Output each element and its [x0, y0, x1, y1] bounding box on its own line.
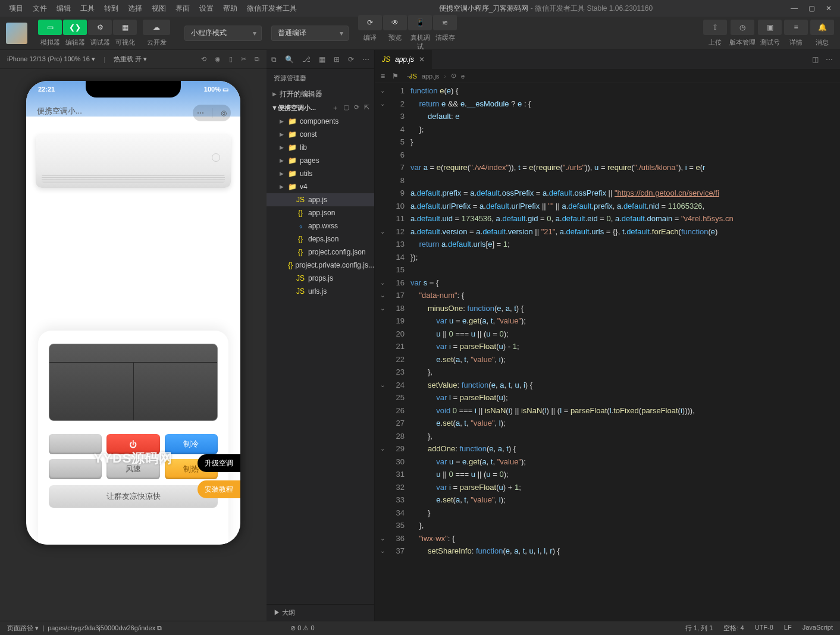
main-toolbar: ▭ ❮❯ ⚙ ▦ 模拟器编辑器调试器可视化 ☁ 云开发 小程序模式 普通编译 ⟳… — [0, 17, 840, 50]
code-editor[interactable]: ⌄ ⌄ ⌄ ⌄ ⌄ ⌄ ⌄ ⌄ ⌄ ⌄ 1 2 3 4 5 6 7 8 9 10… — [375, 83, 840, 621]
maximize-icon[interactable]: ▢ — [808, 4, 815, 12]
popout-icon[interactable]: ⧉ — [255, 55, 259, 63]
file-project.config.json[interactable]: {}project.config.json — [267, 246, 374, 259]
menu-编辑[interactable]: 编辑 — [52, 2, 75, 15]
mode-dropdown[interactable]: 小程序模式 — [184, 26, 262, 41]
ac-unit-image — [36, 134, 231, 188]
target-icon[interactable]: ◎ — [221, 109, 227, 117]
folder-lib[interactable]: ▶📁lib — [267, 141, 374, 154]
more-tab-icon[interactable]: ⋯ — [826, 55, 833, 64]
minimize-icon[interactable]: — — [791, 4, 798, 12]
window-controls: — ▢ ✕ — [791, 4, 835, 12]
project-root[interactable]: ▼便携空调小... ＋ ▢ ⟳ ⇱ — [267, 100, 374, 115]
encoding[interactable]: UTF-8 — [755, 624, 773, 633]
breadcrumb[interactable]: JSapp.js › ⊙e — [401, 69, 473, 83]
simulator-toggle[interactable]: ▭ — [38, 20, 62, 35]
open-editors-section[interactable]: ▶打开的编辑器 — [267, 87, 374, 100]
cloud-dev-button[interactable]: ☁ — [143, 20, 170, 35]
folder-const[interactable]: ▶📁const — [267, 128, 374, 141]
status-bar: 页面路径 ▾ | pages/cbygz9da3j50000dw26g/inde… — [0, 621, 840, 635]
status-battery: 100% ▭ — [204, 86, 228, 93]
rtool-4[interactable]: 🔔 — [810, 20, 834, 35]
editor-tab-appjs[interactable]: JSapp.js✕ — [375, 50, 432, 69]
capsule-button[interactable]: ⋯◎ — [193, 105, 231, 121]
problems[interactable]: ⊘ 0 ⚠ 0 — [290, 624, 314, 632]
file-deps.json[interactable]: {}deps.json — [267, 232, 374, 246]
menu-bar: 项目文件编辑工具转到选择视图界面设置帮助微信开发者工具 — [5, 2, 301, 15]
menu-dots-icon[interactable]: ⋯ — [197, 109, 204, 117]
explorer-title: 资源管理器 — [267, 69, 374, 87]
device-selector[interactable]: iPhone 12/13 (Pro) 100% 16 ▾ — [7, 55, 95, 63]
device-icon[interactable]: ▯ — [229, 55, 233, 63]
cursor-position[interactable]: 行 1, 列 1 — [685, 624, 713, 633]
visual-toggle[interactable]: ▦ — [113, 20, 137, 35]
outline-section[interactable]: ▶ 大纲 — [267, 604, 374, 621]
rtool-3[interactable]: ≡ — [784, 20, 808, 35]
files-icon[interactable]: ⧉ — [271, 54, 277, 65]
rotate-icon[interactable]: ⟲ — [201, 55, 206, 63]
file-app.js[interactable]: JSapp.js — [267, 193, 374, 206]
rtool-1[interactable]: ◷ — [731, 20, 754, 35]
clear-cache-button[interactable]: ≋ — [433, 15, 457, 30]
file-app.json[interactable]: {}app.json — [267, 206, 374, 219]
remote-screen — [49, 344, 218, 421]
nav-back-icon[interactable]: ≡ — [381, 72, 385, 80]
hot-reload-toggle[interactable]: 热重载 开 ▾ — [114, 55, 147, 64]
indentation[interactable]: 空格: 4 — [723, 624, 744, 633]
menu-视图[interactable]: 视图 — [148, 2, 170, 15]
preview-button[interactable]: 👁 — [383, 15, 407, 30]
language[interactable]: JavaScript — [803, 624, 833, 633]
bookmark-icon[interactable]: ⚑ — [392, 72, 399, 80]
float-install-button[interactable]: 安装教程 — [198, 480, 240, 498]
editor-panel: JSapp.js✕ ◫ ⋯ ≡ ⚑ → JSapp.js › ⊙e ⌄ ⌄ ⌄ … — [375, 50, 840, 621]
menu-项目[interactable]: 项目 — [5, 2, 27, 15]
compile-button[interactable]: ⟳ — [358, 15, 382, 30]
rtool-2[interactable]: ▣ — [758, 20, 782, 35]
window-title: 便携空调小程序_刀客源码网 - 微信开发者工具 Stable 1.06.2301… — [301, 4, 791, 14]
grid1-icon[interactable]: ▦ — [319, 54, 325, 65]
debugger-toggle[interactable]: ⚙ — [88, 20, 112, 35]
avatar[interactable] — [6, 23, 27, 44]
eol[interactable]: LF — [784, 624, 792, 633]
simulator-panel: iPhone 12/13 (Pro) 100% 16 ▾ | 热重载 开 ▾ ⟲… — [0, 50, 267, 621]
menu-工具[interactable]: 工具 — [76, 2, 99, 15]
page-path[interactable]: 页面路径 ▾ | pages/cbygz9da3j50000dw26g/inde… — [7, 624, 162, 633]
collapse-icon[interactable]: ⇱ — [364, 103, 369, 112]
compile-dropdown[interactable]: 普通编译 — [271, 26, 349, 41]
menu-微信开发者工具[interactable]: 微信开发者工具 — [243, 2, 301, 15]
menu-选择[interactable]: 选择 — [124, 2, 146, 15]
refresh-icon[interactable]: ⟳ — [348, 54, 354, 65]
new-file-icon[interactable]: ＋ — [332, 103, 338, 112]
folder-pages[interactable]: ▶📁pages — [267, 154, 374, 167]
folder-components[interactable]: ▶📁components — [267, 115, 374, 128]
record-icon[interactable]: ◉ — [215, 55, 221, 63]
cut-icon[interactable]: ✂ — [241, 55, 246, 63]
remote-btn-share[interactable]: 让群友凉快凉快 — [49, 485, 218, 508]
more-icon[interactable]: ⋯ — [362, 54, 369, 65]
float-upgrade-button[interactable]: 升级空调 — [198, 454, 240, 472]
folder-utils[interactable]: ▶📁utils — [267, 167, 374, 180]
grid2-icon[interactable]: ⊞ — [334, 54, 340, 65]
tab-close-icon[interactable]: ✕ — [419, 55, 425, 64]
editor-toggle[interactable]: ❮❯ — [63, 20, 87, 35]
close-icon[interactable]: ✕ — [826, 4, 832, 12]
menu-文件[interactable]: 文件 — [29, 2, 51, 15]
search-icon[interactable]: 🔍 — [285, 54, 294, 65]
rtool-0[interactable]: ⇧ — [703, 20, 727, 35]
file-app.wxss[interactable]: ⬨app.wxss — [267, 219, 374, 232]
menu-设置[interactable]: 设置 — [195, 2, 218, 15]
menu-帮助[interactable]: 帮助 — [219, 2, 242, 15]
folder-v4[interactable]: ▶📁v4 — [267, 180, 374, 193]
remote-debug-button[interactable]: 📱 — [408, 15, 432, 30]
new-folder-icon[interactable]: ▢ — [343, 103, 349, 112]
menu-界面[interactable]: 界面 — [171, 2, 194, 15]
refresh-tree-icon[interactable]: ⟳ — [354, 103, 359, 112]
menu-转到[interactable]: 转到 — [100, 2, 123, 15]
branch-icon[interactable]: ⎇ — [302, 54, 311, 65]
split-icon[interactable]: ◫ — [812, 55, 819, 64]
explorer-panel: ⧉ 🔍 ⎇ ▦ ⊞ ⟳ ⋯ 资源管理器 ▶打开的编辑器 ▼便携空调小... ＋ … — [267, 50, 375, 621]
file-props.js[interactable]: JSprops.js — [267, 272, 374, 285]
file-project.private.config.js...[interactable]: {}project.private.config.js... — [267, 259, 374, 272]
file-urls.js[interactable]: JSurls.js — [267, 285, 374, 298]
phone-frame: 22:21 100% ▭ ⋯◎ 便携空调小... YYDS源码网 ⏻ 制冷 风速 — [26, 81, 240, 545]
